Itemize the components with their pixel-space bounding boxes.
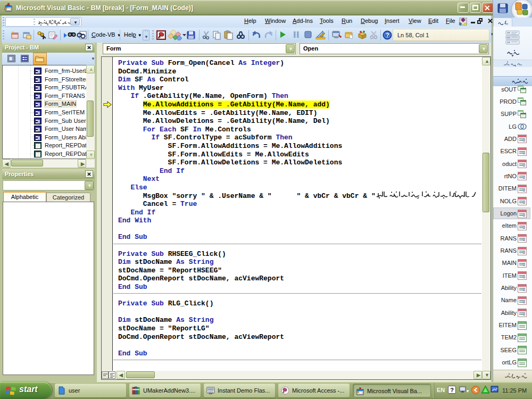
svg-text:?: ? (386, 32, 389, 38)
